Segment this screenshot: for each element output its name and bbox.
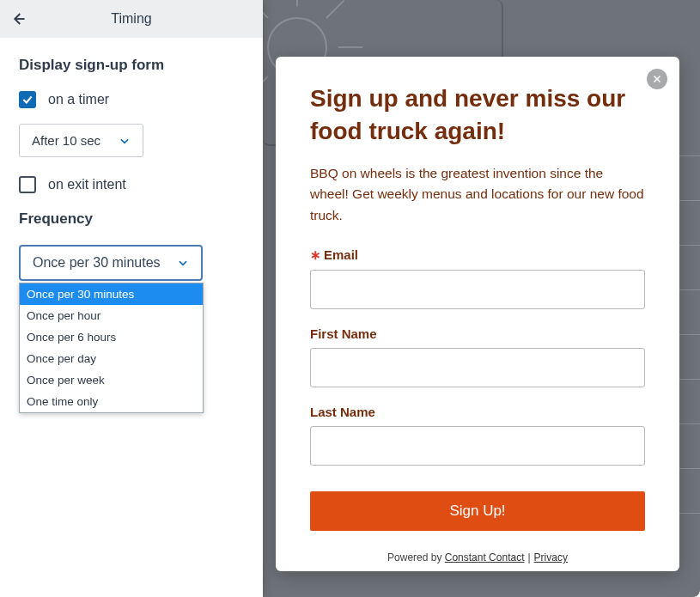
- display-section-title: Display sign-up form: [19, 57, 244, 74]
- signup-popup: Sign up and never miss our food truck ag…: [276, 57, 679, 571]
- back-arrow-icon[interactable]: [10, 11, 26, 27]
- exit-intent-label: on exit intent: [48, 177, 126, 192]
- svg-line-5: [263, 1, 268, 18]
- timer-delay-value: After 10 sec: [32, 133, 100, 148]
- frequency-dropdown[interactable]: Once per 30 minutes: [19, 245, 203, 281]
- privacy-link[interactable]: Privacy: [534, 551, 568, 563]
- preview-canvas: Sign up and never miss our food truck ag…: [263, 0, 700, 597]
- frequency-option[interactable]: Once per day: [20, 348, 203, 369]
- signup-button[interactable]: Sign Up!: [310, 491, 645, 531]
- timer-checkbox[interactable]: [19, 91, 36, 108]
- frequency-value: Once per 30 minutes: [33, 255, 161, 271]
- email-field[interactable]: [310, 270, 645, 309]
- popup-description: BBQ on wheels is the greatest invention …: [310, 163, 645, 227]
- settings-sidebar: Timing Display sign-up form on a timer A…: [0, 0, 263, 597]
- svg-line-7: [326, 1, 344, 18]
- frequency-section-title: Frequency: [19, 210, 244, 228]
- fname-field[interactable]: [310, 348, 645, 387]
- exit-intent-checkbox[interactable]: [19, 176, 36, 193]
- lname-label: Last Name: [310, 405, 645, 419]
- constant-contact-link[interactable]: Constant Contact: [445, 551, 525, 563]
- frequency-dropdown-list: Once per 30 minutes Once per hour Once p…: [19, 283, 204, 413]
- timer-delay-dropdown[interactable]: After 10 sec: [19, 124, 143, 157]
- exit-intent-checkbox-row[interactable]: on exit intent: [19, 176, 244, 193]
- frequency-option[interactable]: Once per 30 minutes: [20, 283, 203, 305]
- close-icon[interactable]: [647, 69, 667, 89]
- popup-title: Sign up and never miss our food truck ag…: [310, 82, 645, 148]
- chevron-down-icon: [177, 257, 189, 269]
- sidebar-title: Timing: [10, 11, 253, 27]
- frequency-option[interactable]: Once per hour: [20, 305, 203, 326]
- powered-by-line: Powered by Constant Contact|Privacy: [310, 551, 645, 563]
- timer-checkbox-row[interactable]: on a timer: [19, 91, 244, 108]
- chevron-down-icon: [119, 135, 131, 147]
- sidebar-header: Timing: [0, 0, 263, 38]
- frequency-option[interactable]: Once per week: [20, 369, 203, 391]
- frequency-option[interactable]: One time only: [20, 391, 203, 412]
- lname-field[interactable]: [310, 426, 645, 466]
- svg-line-8: [263, 76, 268, 94]
- frequency-option[interactable]: Once per 6 hours: [20, 326, 203, 348]
- email-label: ∗Email: [310, 247, 645, 263]
- fname-label: First Name: [310, 326, 645, 341]
- timer-label: on a timer: [48, 92, 109, 107]
